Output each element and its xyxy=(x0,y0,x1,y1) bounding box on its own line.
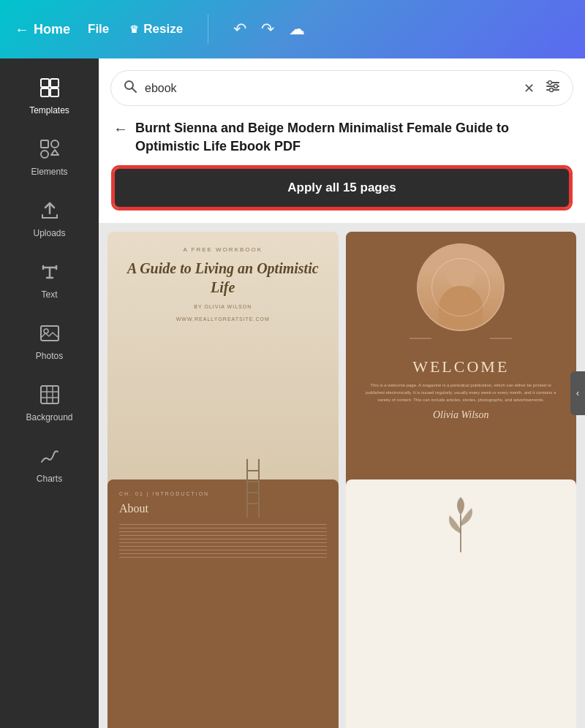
sidebar-item-uploads[interactable]: Uploads xyxy=(0,190,99,249)
apply-button-area: Apply all 15 pages xyxy=(99,167,585,223)
search-clear-button[interactable]: ✕ xyxy=(524,80,535,96)
card-4-plant-icon xyxy=(439,497,483,556)
svg-rect-0 xyxy=(41,79,49,87)
svg-point-20 xyxy=(554,85,558,88)
sidebar-item-charts[interactable]: Charts xyxy=(0,436,99,494)
svg-rect-7 xyxy=(41,326,58,341)
home-label: Home xyxy=(34,22,70,37)
card-2-decor-ring xyxy=(431,258,490,316)
svg-rect-3 xyxy=(50,88,58,96)
content-area: ✕ ← Burnt Sienna and Beige Modern Minima… xyxy=(99,58,585,728)
template-back-button[interactable]: ← xyxy=(113,121,128,137)
text-label: Text xyxy=(41,289,57,300)
svg-rect-9 xyxy=(41,386,58,403)
undo-button[interactable]: ↶ xyxy=(233,20,246,39)
card-2-welcome-heading: WELCOME xyxy=(412,357,509,376)
card-3-intro-title: About xyxy=(119,502,327,515)
card-2-decor-lines xyxy=(410,331,512,346)
uploads-label: Uploads xyxy=(33,228,65,238)
svg-rect-6 xyxy=(41,151,48,158)
header-divider xyxy=(208,15,208,44)
card-1-subtitle: A FREE WORKBOOK xyxy=(183,246,263,253)
templates-label: Templates xyxy=(29,105,69,115)
sidebar-item-text[interactable]: Text xyxy=(0,251,99,310)
resize-label: Resize xyxy=(143,22,183,37)
photos-label: Photos xyxy=(36,351,63,361)
back-arrow-icon: ← xyxy=(15,21,29,38)
svg-rect-4 xyxy=(41,140,48,148)
header: ← Home File ♛ Resize ↶ ↷ ☁ xyxy=(0,0,585,58)
card-2-signature: Olivia Wilson xyxy=(433,409,489,421)
header-nav: File ♛ Resize xyxy=(88,22,183,37)
file-menu[interactable]: File xyxy=(88,22,109,37)
cloud-save-button[interactable]: ☁ xyxy=(289,20,305,39)
sidebar: Templates Elements Upload xyxy=(0,58,99,728)
svg-line-15 xyxy=(132,88,137,93)
card-1-title: A Guide to Living an Optimistic Life xyxy=(119,259,327,297)
resize-menu[interactable]: ♛ Resize xyxy=(129,22,183,37)
search-filter-button[interactable] xyxy=(545,78,561,98)
elements-icon xyxy=(39,139,60,162)
template-title: Burnt Sienna and Beige Modern Minimalist… xyxy=(135,119,570,156)
chevron-left-icon: ‹ xyxy=(576,388,579,398)
uploads-icon xyxy=(39,200,60,224)
search-input[interactable] xyxy=(145,82,516,95)
redo-button[interactable]: ↷ xyxy=(261,20,274,39)
card-2-body-text: This is a welcome page. A magazine is a … xyxy=(358,382,565,403)
charts-icon xyxy=(39,446,60,469)
header-actions: ↶ ↷ ☁ xyxy=(233,20,305,39)
text-icon xyxy=(39,262,60,285)
back-home-button[interactable]: ← Home xyxy=(15,21,70,38)
templates-grid: A FREE WORKBOOK A Guide to Living an Opt… xyxy=(99,223,585,728)
sidebar-item-photos[interactable]: Photos xyxy=(0,313,99,371)
file-label: File xyxy=(88,22,109,37)
sidebar-item-background[interactable]: Background xyxy=(0,374,99,433)
svg-point-21 xyxy=(550,88,554,92)
svg-point-19 xyxy=(548,81,552,85)
main-layout: Templates Elements Upload xyxy=(0,58,585,728)
svg-rect-1 xyxy=(50,79,58,87)
sidebar-item-templates[interactable]: Templates xyxy=(0,67,99,126)
card-1-website: WWW.REALLYGREATSITE.COM xyxy=(176,316,270,322)
templates-icon xyxy=(39,77,60,101)
card-1-author: BY OLIVIA WILSON xyxy=(194,304,252,309)
charts-label: Charts xyxy=(37,474,62,484)
elements-label: Elements xyxy=(31,167,67,177)
card-3-lines xyxy=(119,524,327,558)
template-card-3[interactable]: CH. 01 | INTRODUCTION About xyxy=(107,479,339,728)
card-3-chapter: CH. 01 | INTRODUCTION xyxy=(119,491,327,496)
photos-icon xyxy=(39,323,60,346)
svg-rect-2 xyxy=(41,88,49,96)
crown-icon: ♛ xyxy=(129,23,139,35)
header-left: ← Home File ♛ Resize ↶ ↷ ☁ xyxy=(15,15,570,44)
template-card-4[interactable] xyxy=(346,479,577,728)
svg-point-8 xyxy=(44,329,48,333)
svg-point-5 xyxy=(51,140,58,148)
search-icon xyxy=(123,79,137,97)
scroll-handle[interactable]: ‹ xyxy=(570,371,585,415)
search-bar: ✕ xyxy=(110,70,573,106)
card-2-photo xyxy=(417,243,505,331)
template-banner: ← Burnt Sienna and Beige Modern Minimali… xyxy=(99,106,585,167)
search-area: ✕ xyxy=(99,58,585,106)
sidebar-item-elements[interactable]: Elements xyxy=(0,129,99,187)
apply-all-pages-button[interactable]: Apply all 15 pages xyxy=(113,167,570,208)
background-label: Background xyxy=(26,412,72,422)
background-icon xyxy=(39,384,60,408)
